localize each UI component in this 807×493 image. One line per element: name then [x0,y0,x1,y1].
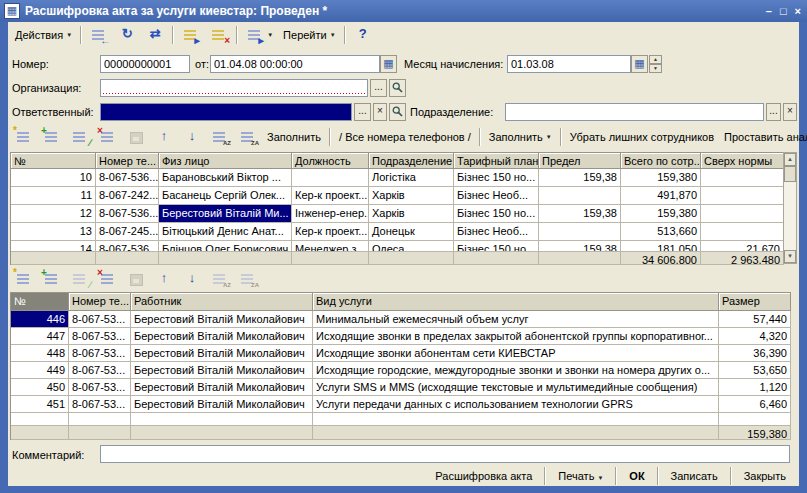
table-cell[interactable]: Логістіка [369,169,454,187]
move-down-button[interactable]: ↓ [178,268,206,290]
table-cell[interactable]: Бізнес 150 но... [454,169,539,187]
empty-cell[interactable] [69,413,131,426]
clear-posting-button[interactable]: × [205,24,233,46]
department-select-button[interactable]: ... [766,103,781,121]
help-button[interactable]: ? [349,24,377,46]
end-edit-button[interactable] [122,126,150,148]
table-cell[interactable]: 11 [11,187,96,205]
table-cell[interactable]: Бізнес Необ... [454,187,539,205]
table-cell[interactable]: 451 [11,396,69,413]
table-cell[interactable]: Басанець Сергій Олек... [159,187,292,205]
table-cell[interactable]: Берестовий Віталій Миколайович [131,379,313,396]
act-decode-button[interactable]: Расшифровка акта [426,469,541,483]
column-header[interactable]: Тарифный план [454,153,539,169]
table-cell[interactable]: 8-067-536... [96,169,159,187]
column-header[interactable]: Работник [131,293,313,311]
selected-cell[interactable]: Берестовий Віталій Ми... [159,205,292,223]
table-cell[interactable]: Минимальный ежемесячный объем услуг [313,311,719,328]
add-row-button[interactable]: * [10,126,38,148]
minimize-button[interactable]: – [766,4,772,18]
copy-row-button[interactable]: + [38,126,66,148]
table-cell[interactable]: 1,120 [719,379,791,396]
table-cell[interactable]: 8-067-53... [69,328,131,345]
table-cell[interactable]: Інженер-енер... [292,205,369,223]
table-cell[interactable] [539,223,621,241]
spin-up-button[interactable]: ▲ [649,55,662,64]
table-cell[interactable]: 8-067-53... [69,379,131,396]
save-button[interactable]: Записать [662,469,727,483]
table-cell[interactable]: Одеса [369,241,454,252]
column-header[interactable]: Сверх нормы [701,153,784,169]
table-cell[interactable]: 36,390 [719,345,791,362]
remove-extra-employees-button[interactable]: Убрать лишних сотрудников [565,126,719,148]
scroll-thumb[interactable] [784,166,796,182]
employees-table-scrollbar[interactable]: ▲ ▼ [783,152,797,264]
move-down-button[interactable]: ↓ [178,126,206,148]
post-document-button[interactable]: ► [177,24,205,46]
organization-select-button[interactable]: ... [370,79,387,97]
comment-input[interactable] [100,445,790,463]
maximize-button[interactable]: □ [780,4,787,18]
table-cell[interactable]: 448 [11,345,69,362]
table-cell[interactable]: 4,320 [719,328,791,345]
table-cell[interactable]: Бітюцький Денис Анат... [159,223,292,241]
print-button[interactable]: Печать▼ [549,469,612,483]
column-header[interactable]: Номер те... [69,293,131,311]
table-cell[interactable]: Харків [369,187,454,205]
set-analytics-button[interactable]: Проставить аналитику▼ [719,126,807,148]
table-cell[interactable]: Берестовий Віталій Миколайович [131,396,313,413]
table-cell[interactable]: Барановський Віктор ... [159,169,292,187]
table-cell[interactable]: Бізнес Необ... [454,223,539,241]
column-header[interactable]: Номер те... [96,153,159,169]
sort-asc-button[interactable]: AZ [206,126,234,148]
table-cell[interactable]: Услуги SMS и MMS (исходящие текстовые и … [313,379,719,396]
table-cell[interactable]: 159,380 [621,205,701,223]
column-header[interactable]: № [11,153,96,169]
date-calendar-button[interactable]: ▦ [380,55,397,73]
table-cell[interactable]: 8-067-53... [69,345,131,362]
add-row-button[interactable]: * [10,268,38,290]
accrual-month-input[interactable] [507,55,631,73]
scroll-up-button[interactable]: ▲ [784,153,796,166]
month-calendar-button[interactable]: ▦ [631,55,648,73]
close-window-button[interactable]: Закрыть [735,469,795,483]
table-cell[interactable]: 8-067-53... [69,311,131,328]
goto-menu-button[interactable]: Перейти▼ [278,24,341,46]
responsible-clear-button[interactable]: × [373,103,387,121]
sort-desc-button[interactable]: ZA [234,268,262,290]
table-cell[interactable]: 447 [11,328,69,345]
table-cell[interactable]: Харків [369,205,454,223]
table-cell[interactable]: Исходящие звонки в пределах закрытой або… [313,328,719,345]
table-cell[interactable]: 8-067-536... [96,205,159,223]
table-cell[interactable]: 10 [11,169,96,187]
table-cell[interactable]: Берестовий Віталій Миколайович [131,328,313,345]
table-cell[interactable]: 491,870 [621,187,701,205]
column-header[interactable]: Физ лицо [159,153,292,169]
table-cell[interactable]: Услуги передачи данных с использованием … [313,396,719,413]
table-cell[interactable]: 8-067-536... [96,241,159,252]
move-up-button[interactable]: ↑ [150,126,178,148]
empty-cell[interactable] [131,413,313,426]
table-cell[interactable]: Донецьк [369,223,454,241]
refresh-button[interactable]: ↻ [113,24,141,46]
table-cell[interactable]: Бізнес 150 но... [454,205,539,223]
table-cell[interactable] [539,187,621,205]
table-cell[interactable] [701,187,784,205]
table-cell[interactable]: 181,050 [621,241,701,252]
table-cell[interactable]: 12 [11,205,96,223]
spin-down-button[interactable]: ▼ [649,64,662,73]
sort-asc-button[interactable]: AZ [206,268,234,290]
scroll-down-button[interactable]: ▼ [784,250,796,263]
table-cell[interactable]: Исходящие звонки абонентам сети КИЕВСТАР [313,345,719,362]
date-input[interactable] [210,55,380,73]
selected-cell[interactable]: 446 [11,311,69,328]
organization-open-button[interactable] [389,79,406,97]
table-cell[interactable] [701,169,784,187]
delete-row-button[interactable]: × [94,126,122,148]
department-clear-button[interactable]: × [783,103,797,121]
delete-row-button[interactable]: × [94,268,122,290]
fill-button[interactable]: Заполнить [262,126,326,148]
table-cell[interactable] [701,223,784,241]
table-cell[interactable]: 8-067-53... [69,396,131,413]
responsible-open-button[interactable] [389,103,406,121]
